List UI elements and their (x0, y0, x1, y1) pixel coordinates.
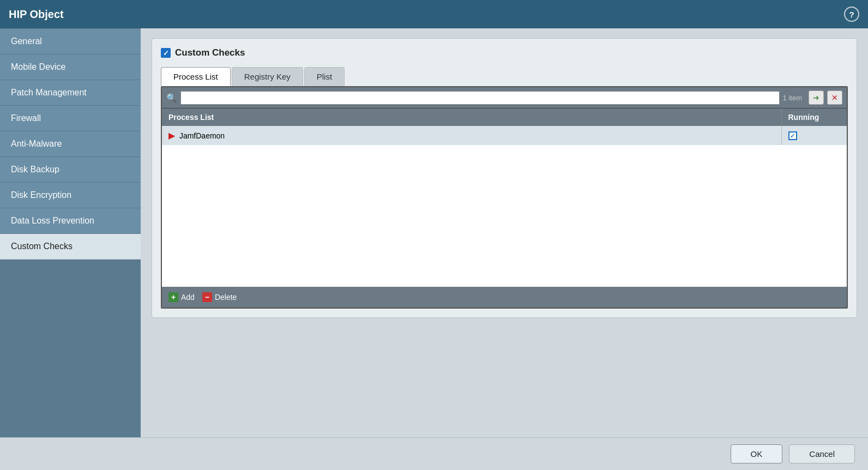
clear-x-icon: ✕ (831, 93, 838, 102)
running-checkbox[interactable] (788, 131, 797, 140)
custom-checks-panel: Custom Checks Process List Registry Key … (152, 38, 857, 318)
sidebar-item-data-loss-prevention[interactable]: Data Loss Prevention (0, 208, 141, 234)
tab-registry-key[interactable]: Registry Key (232, 67, 303, 86)
sidebar: General Mobile Device Patch Management F… (0, 28, 141, 437)
cell-process-name: ▶ JamfDaemon (162, 126, 781, 145)
add-icon: + (168, 292, 178, 302)
sidebar-item-anti-malware[interactable]: Anti-Malware (0, 131, 141, 157)
add-button[interactable]: + Add (168, 292, 195, 302)
search-count: 1 item (783, 94, 805, 102)
sidebar-item-disk-backup[interactable]: Disk Backup (0, 157, 141, 183)
col-header-running: Running (781, 109, 847, 126)
panel-header: Custom Checks (161, 47, 848, 58)
content-area: Custom Checks Process List Registry Key … (141, 28, 868, 437)
process-name-value: JamfDaemon (179, 131, 225, 140)
add-label: Add (181, 293, 195, 302)
sidebar-item-custom-checks[interactable]: Custom Checks (0, 234, 141, 260)
search-go-button[interactable]: ➜ (809, 91, 824, 105)
table-footer: + Add − Delete (162, 287, 847, 308)
sidebar-item-firewall[interactable]: Firewall (0, 106, 141, 131)
table-container: 🔍 1 item ➜ ✕ Process List Runn (161, 86, 848, 309)
sidebar-item-mobile-device[interactable]: Mobile Device (0, 55, 141, 80)
title-bar: HIP Object ? (0, 0, 868, 28)
search-clear-button[interactable]: ✕ (827, 91, 842, 105)
cancel-button[interactable]: Cancel (789, 444, 855, 463)
panel-title: Custom Checks (175, 47, 245, 58)
tabs-container: Process List Registry Key Plist (161, 67, 848, 86)
go-arrow-icon: ➜ (813, 93, 819, 102)
sidebar-item-disk-encryption[interactable]: Disk Encryption (0, 183, 141, 208)
help-icon[interactable]: ? (844, 7, 859, 22)
row-marker-icon: ▶ (168, 131, 175, 140)
table-row[interactable]: ▶ JamfDaemon (162, 126, 847, 145)
app-title: HIP Object (9, 8, 64, 21)
delete-label: Delete (215, 293, 237, 302)
search-bar: 🔍 1 item ➜ ✕ (162, 87, 847, 109)
col-header-process-list: Process List (162, 109, 781, 126)
tab-process-list[interactable]: Process List (161, 67, 231, 86)
process-list-table: Process List Running ▶ JamfDaemon (162, 109, 847, 145)
table-empty-area (162, 145, 847, 287)
table-header-row: Process List Running (162, 109, 847, 126)
main-layout: General Mobile Device Patch Management F… (0, 28, 868, 437)
tab-plist[interactable]: Plist (304, 67, 345, 86)
search-icon: 🔍 (166, 93, 177, 103)
sidebar-item-general[interactable]: General (0, 28, 141, 55)
delete-button[interactable]: − Delete (202, 292, 237, 302)
search-input[interactable] (180, 91, 780, 105)
cell-running (781, 126, 847, 145)
ok-button[interactable]: OK (731, 444, 783, 463)
bottom-bar: OK Cancel (0, 437, 868, 470)
custom-checks-checkbox[interactable] (161, 48, 171, 58)
delete-icon: − (202, 292, 212, 302)
sidebar-item-patch-management[interactable]: Patch Management (0, 80, 141, 106)
